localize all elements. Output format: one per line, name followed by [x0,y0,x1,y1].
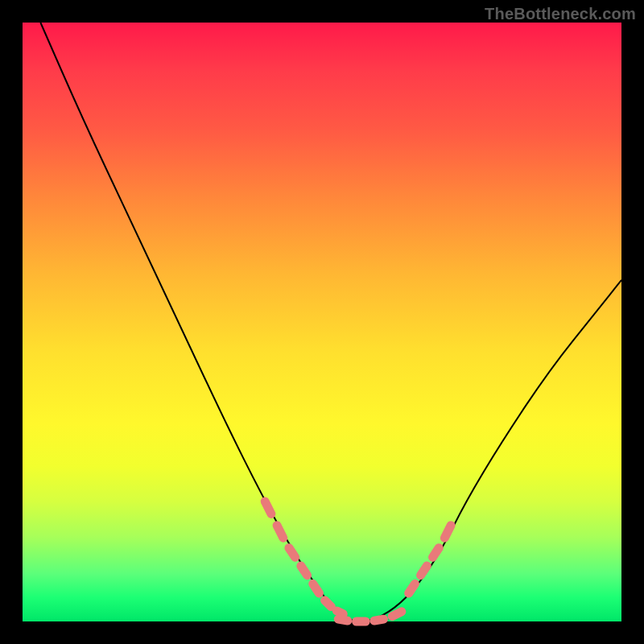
highlight-dash [392,612,402,617]
highlight-dash [265,502,271,514]
highlight-dash [444,526,451,538]
highlight-dash [432,548,439,558]
watermark-label: TheBottleneck.com [485,5,636,23]
highlight-dash [313,584,320,593]
plot-area [23,23,621,621]
highlight-dash [421,566,427,576]
highlight-dash [325,601,332,607]
highlight-dash [301,566,308,576]
highlight-dash [338,619,348,621]
chart-frame: TheBottleneck.com [0,0,644,644]
highlight-dash [289,548,295,558]
highlight-dash [277,526,283,538]
highlight-dash [336,611,343,614]
curve-line [40,23,621,621]
chart-svg [23,23,621,621]
highlight-dash [374,619,384,621]
highlight-dash [409,584,415,593]
